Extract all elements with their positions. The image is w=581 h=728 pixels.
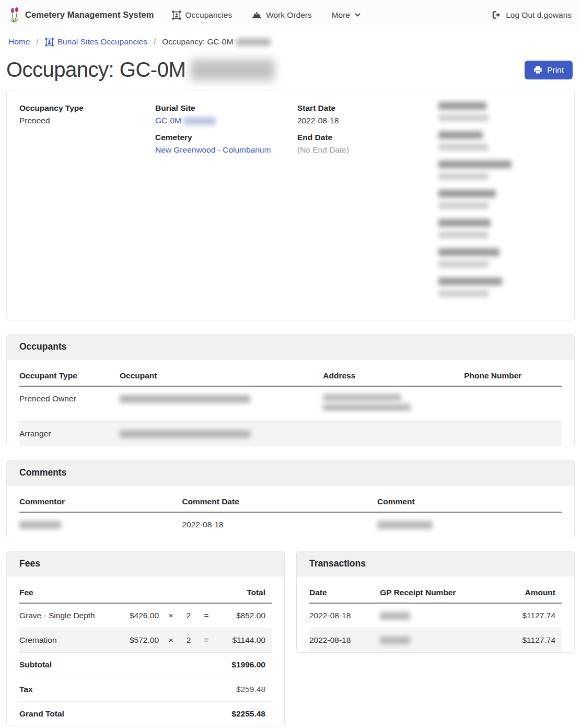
redacted-text (191, 60, 274, 80)
details-column-redacted (438, 102, 562, 307)
redacted-value (438, 114, 489, 121)
comments-table: Commentor Comment Date Comment 2022-08-1… (19, 489, 562, 537)
burial-site-link[interactable]: GC-0M (155, 116, 181, 125)
nav-occupancies[interactable]: Occupancies (172, 10, 233, 20)
redacted-text (236, 38, 271, 46)
redacted-text (120, 430, 250, 438)
redacted-field (438, 160, 562, 180)
breadcrumb-current-label: Occupancy: GC-0M (162, 37, 233, 47)
breadcrumb-occupancies-label: Burial Sites Occupancies (57, 37, 147, 47)
fee-eq-cell: = (201, 628, 218, 653)
redacted-text (377, 521, 433, 529)
redacted-label (438, 190, 496, 198)
breadcrumb-current: Occupancy: GC-0M (162, 37, 271, 47)
main-nav: Occupancies Work Orders More (172, 10, 362, 20)
cemetery-value: New Greenwood - Columbarium (155, 144, 297, 156)
redacted-label (438, 102, 486, 110)
transaction-date-cell: 2022-08-18 (309, 603, 380, 628)
table-row: 2022-08-18 (19, 512, 562, 537)
transactions-title: Transactions (297, 551, 574, 576)
fees-table: Fee Total Grave - Single Depth $426.00 ×… (19, 580, 272, 726)
printer-icon (533, 66, 542, 74)
occupants-table: Occupant Type Occupant Address Phone Num… (19, 363, 562, 446)
occupancy-type-value: Preneed (19, 114, 155, 127)
nav-occupancies-label: Occupancies (185, 10, 233, 20)
end-date-label: End Date (297, 131, 438, 144)
occupants-title: Occupants (7, 334, 574, 360)
burial-site-label: Burial Site (155, 102, 297, 114)
tax-label: Tax (19, 677, 117, 702)
comment-date-cell: 2022-08-18 (182, 512, 377, 537)
fee-qty-cell: 2 (183, 628, 201, 653)
start-date-value: 2022-08-18 (297, 114, 438, 127)
details-column-3: Start Date 2022-08-18 End Date (No End D… (297, 102, 438, 307)
start-date-label: Start Date (297, 102, 438, 114)
subtotal-row: Subtotal $1996.00 (19, 653, 272, 677)
fee-unit-cell: $426.00 (117, 603, 165, 628)
fees-card: Fees Fee Total Grave - Single Depth $426… (6, 551, 285, 726)
page-title: Occupancy: GC-0M (6, 58, 274, 82)
table-row: Grave - Single Depth $426.00 × 2 = $852.… (19, 603, 272, 628)
redacted-text (19, 521, 61, 529)
occupant-address-cell (323, 422, 464, 446)
transaction-date-cell: 2022-08-18 (309, 628, 380, 653)
nav-work-orders-label: Work Orders (266, 10, 312, 20)
fees-body: Fee Total Grave - Single Depth $426.00 ×… (7, 576, 284, 726)
app-title: Cemetery Management System (25, 10, 154, 20)
comments-card: Comments Commentor Comment Date Comment … (6, 460, 575, 537)
gp-receipt-cell (380, 628, 496, 653)
nav-work-orders[interactable]: Work Orders (252, 10, 312, 20)
cemetery-link[interactable]: New Greenwood - Columbarium (155, 145, 271, 154)
headstone-icon (172, 10, 181, 20)
end-date-field: End Date (No End Date) (297, 131, 438, 156)
redacted-text (120, 395, 250, 403)
transactions-table: Date GP Receipt Number Amount 2022-08-18… (309, 580, 562, 652)
redacted-field (438, 102, 562, 121)
occupant-type-cell: Arranger (19, 422, 120, 446)
comment-cell (377, 512, 562, 537)
occupancy-type-label: Occupancy Type (19, 102, 155, 114)
app-brand[interactable]: Cemetery Management System (8, 7, 154, 23)
tulip-logo-icon (8, 7, 20, 23)
col-total: Total (218, 580, 272, 603)
occupants-body: Occupant Type Occupant Address Phone Num… (7, 360, 574, 446)
col-occupant: Occupant (120, 363, 323, 386)
nav-more-label: More (332, 10, 350, 20)
occupants-header-row: Occupant Type Occupant Address Phone Num… (19, 363, 562, 386)
redacted-text (323, 394, 401, 401)
redacted-label (438, 131, 483, 139)
redacted-field (438, 131, 562, 151)
logout-link[interactable]: Log Out d.gowans (492, 10, 573, 20)
transaction-amount-cell: $1127.74 (496, 603, 562, 628)
chevron-down-icon (354, 11, 361, 18)
burial-site-value: GC-0M (155, 114, 297, 127)
breadcrumb-occupancies[interactable]: Burial Sites Occupancies (45, 37, 147, 47)
fee-name-cell: Grave - Single Depth (19, 603, 117, 628)
redacted-field (438, 190, 562, 209)
grand-total-label: Grand Total (19, 702, 117, 726)
table-row: 2022-08-18 $1127.74 (309, 628, 562, 653)
nav-more[interactable]: More (332, 10, 361, 20)
table-row: 2022-08-18 $1127.74 (309, 603, 562, 628)
table-row: Arranger (19, 422, 562, 446)
print-button-label: Print (547, 65, 564, 75)
fee-total-cell: $1144.00 (218, 628, 272, 653)
fee-times-cell: × (165, 628, 183, 653)
occupant-phone-cell (464, 386, 562, 422)
grand-total-row: Grand Total $2255.48 (19, 702, 272, 726)
details-column-1: Occupancy Type Preneed (19, 102, 155, 307)
col-fee: Fee (19, 580, 117, 603)
occupant-name-cell (120, 422, 323, 446)
breadcrumb-home[interactable]: Home (8, 37, 30, 47)
print-button[interactable]: Print (525, 61, 573, 79)
col-comment-date: Comment Date (182, 489, 377, 512)
headstone-icon (45, 38, 54, 47)
col-commentor: Commentor (19, 489, 182, 512)
cemetery-field: Cemetery New Greenwood - Columbarium (155, 131, 297, 156)
col-phone-number: Phone Number (464, 363, 562, 386)
bottom-cards-row: Fees Fee Total Grave - Single Depth $426… (6, 551, 575, 726)
redacted-value (438, 173, 489, 180)
comments-title: Comments (7, 460, 574, 486)
col-occupant-type: Occupant Type (19, 363, 120, 386)
subtotal-value: $1996.00 (117, 653, 272, 677)
